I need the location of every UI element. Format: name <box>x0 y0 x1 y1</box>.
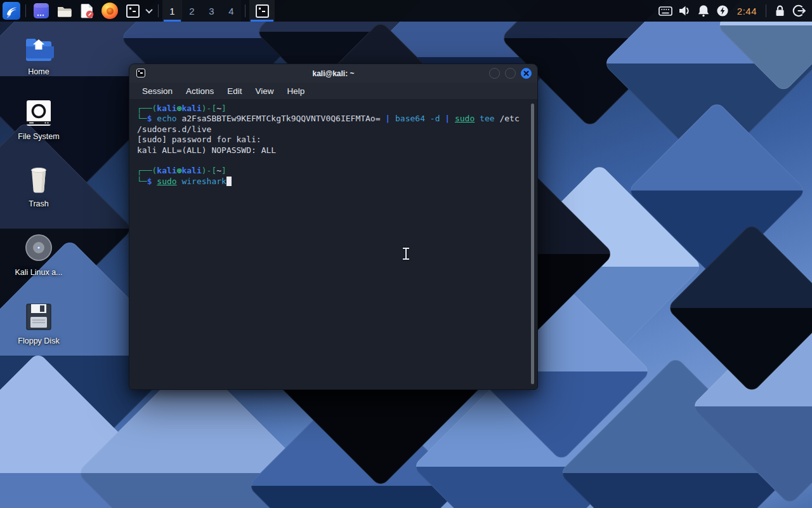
terminal-line: /sudoers.d/live <box>137 124 525 135</box>
workspace-label: 2 <box>189 6 194 17</box>
battery-power-icon <box>716 4 730 18</box>
workspace-label: 1 <box>169 6 174 17</box>
desktop-icon-label: Home <box>28 67 49 76</box>
terminal-dropdown-button[interactable] <box>144 1 154 20</box>
floppy-disk-icon <box>24 302 53 331</box>
terminal-icon <box>256 4 269 18</box>
panel-separator <box>245 4 246 17</box>
app-finder-button[interactable] <box>32 1 51 20</box>
firefox-icon <box>102 3 118 19</box>
maximize-button[interactable] <box>505 68 516 79</box>
terminal-line: kali ALL=(ALL) NOPASSWD: ALL <box>137 145 525 156</box>
keyboard-icon <box>658 4 673 18</box>
workspace-label: 4 <box>228 6 233 17</box>
terminal-scrollbar[interactable] <box>531 104 534 384</box>
terminal-line: ┌──(kali⊛kali)-[~] <box>137 166 525 176</box>
volume-tray-button[interactable] <box>675 1 694 20</box>
logout-icon <box>792 4 806 18</box>
window-buttons <box>489 68 532 79</box>
window-title: kali@kali: ~ <box>312 69 354 78</box>
taskbar-terminal-button[interactable] <box>249 0 275 22</box>
desktop-icon-file-system[interactable]: File System <box>9 99 69 141</box>
terminal-window: kali@kali: ~ Session Actions Edit View H… <box>129 64 538 390</box>
panel-separator <box>25 4 26 17</box>
folder-icon <box>56 3 72 19</box>
bell-icon <box>697 4 710 18</box>
text-editor-button[interactable] <box>77 1 96 20</box>
menu-session[interactable]: Session <box>142 86 173 96</box>
home-folder-icon <box>23 36 54 62</box>
terminal-line: ┌──(kali⊛kali)-[~] <box>137 104 525 114</box>
desktop-icon-trash[interactable]: Trash <box>9 165 69 208</box>
app-finder-icon <box>33 3 49 19</box>
workspace-label: 3 <box>209 6 214 17</box>
terminal-titlebar[interactable]: kali@kali: ~ <box>129 64 537 83</box>
file-manager-button[interactable] <box>55 1 74 20</box>
trash-icon <box>25 165 53 194</box>
filesystem-drive-icon <box>24 99 53 127</box>
optical-disc-icon <box>23 232 54 263</box>
lock-icon <box>773 4 787 18</box>
kali-menu-button[interactable] <box>3 2 20 20</box>
workspace-3-button[interactable]: 3 <box>202 0 221 22</box>
workspace-4-button[interactable]: 4 <box>221 0 241 22</box>
close-icon <box>523 70 529 76</box>
panel-separator <box>766 4 766 17</box>
notifications-tray-button[interactable] <box>694 1 713 20</box>
terminal-menubar: Session Actions Edit View Help <box>129 83 537 100</box>
chevron-down-icon <box>145 6 152 13</box>
menu-help[interactable]: Help <box>287 86 305 96</box>
desktop-icon-label: Floppy Disk <box>18 337 59 345</box>
menu-actions[interactable]: Actions <box>186 86 214 96</box>
workspace-1-button[interactable]: 1 <box>162 0 182 22</box>
workspace-2-button[interactable]: 2 <box>182 0 202 22</box>
desktop-icon-floppy-disk[interactable]: Floppy Disk <box>9 302 69 345</box>
menu-view[interactable]: View <box>256 86 274 96</box>
terminal-icon <box>136 69 145 77</box>
terminal-line: [sudo] password for kali: <box>137 135 525 145</box>
desktop-icon-label: File System <box>18 132 59 141</box>
panel-clock[interactable]: 2:44 <box>737 6 757 17</box>
ibeam-cursor <box>402 248 410 260</box>
power-manager-tray-button[interactable] <box>713 1 732 20</box>
close-button[interactable] <box>521 68 532 79</box>
kali-dragon-icon <box>4 4 18 18</box>
terminal-launcher-button[interactable] <box>123 1 142 20</box>
panel-separator <box>158 4 159 17</box>
firefox-launcher-button[interactable] <box>100 1 119 20</box>
menu-edit[interactable]: Edit <box>227 86 242 96</box>
desktop-icon-label: Trash <box>29 199 49 208</box>
volume-icon <box>678 4 691 18</box>
logout-button[interactable] <box>789 1 808 20</box>
lock-screen-button[interactable] <box>770 1 789 20</box>
terminal-line <box>137 156 525 166</box>
terminal-line: └─$ sudo wireshark <box>137 177 525 187</box>
text-editor-icon <box>79 3 95 19</box>
desktop-icon-home[interactable]: Home <box>9 36 69 76</box>
top-panel: 1 2 3 4 2:44 <box>0 0 812 22</box>
desktop-icon-kali-disc[interactable]: Kali Linux a... <box>9 232 69 277</box>
terminal-screen[interactable]: ┌──(kali⊛kali)-[~]└─$ echo a2FsaSBBTEw9K… <box>129 100 537 389</box>
keyboard-tray-button[interactable] <box>656 1 675 20</box>
minimize-button[interactable] <box>489 68 500 79</box>
desktop-icon-label: Kali Linux a... <box>15 268 62 277</box>
terminal-line: └─$ echo a2FsaSBBTEw9KEFMTCkgTk9QQVNTV0Q… <box>137 114 525 124</box>
terminal-icon <box>126 4 140 18</box>
